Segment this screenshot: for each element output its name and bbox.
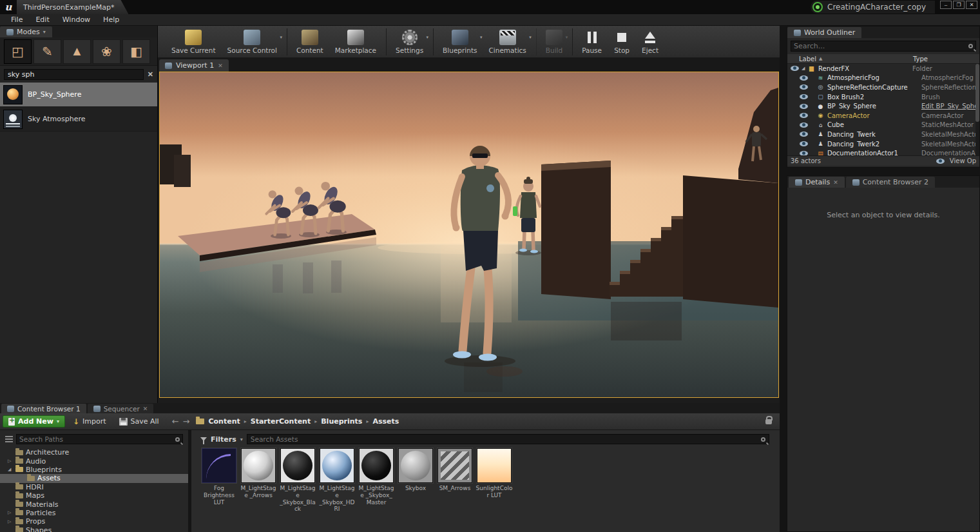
sequencer-tab[interactable]: Sequencer ✕ [88,404,154,413]
mode-tool-button[interactable]: ❀ [93,39,120,64]
back-arrow-icon[interactable]: ← [172,417,179,426]
toolbar-button[interactable]: Content [287,28,329,55]
asset-tile[interactable]: SM_Arrows [436,448,474,492]
menu-item[interactable]: File [5,15,28,25]
folder-tree-item[interactable]: HDRI [0,483,188,491]
toolbar-button[interactable]: Settings ▾ [386,28,429,55]
visibility-eye-icon[interactable] [800,141,808,146]
placeable-item[interactable]: BP_Sky_Sphere [0,83,157,107]
breadcrumb-item[interactable]: Content ▸ [208,417,246,426]
breadcrumb-item[interactable]: Assets [372,417,403,426]
expand-arrow-icon[interactable]: ◢ [802,66,807,71]
menu-item[interactable]: Help [97,15,125,25]
save-all-button[interactable]: Save All [114,417,164,426]
visibility-eye-icon[interactable] [800,132,808,137]
outliner-search-input[interactable] [794,42,968,50]
breadcrumb-item[interactable]: Blueprints ▸ [321,417,369,426]
scrollbar-thumb[interactable] [975,64,979,122]
outliner-row[interactable]: ◢ ▆ RenderFX Folder [787,64,979,74]
column-label[interactable]: Label ▲ [787,55,913,63]
placeable-item[interactable]: Sky Atmosphere [0,107,157,132]
folder-tree-item[interactable]: Shapes [0,526,188,532]
outliner-row[interactable]: ◎ SphereReflectionCapture SphereReflecti… [787,83,979,92]
toolbar-button[interactable]: Pause [572,28,608,55]
forward-arrow-icon[interactable]: → [183,417,190,426]
folder-tree-item[interactable]: Maps [0,491,188,500]
asset-tile[interactable]: Fog Brightness LUT [200,448,238,506]
clear-search-icon[interactable]: ✕ [148,70,153,79]
folder-tree-item[interactable]: ◢ Blueprints [0,466,188,474]
toolbar-button[interactable]: Cinematics ▾ [483,28,532,55]
menu-item[interactable]: Edit [30,15,55,25]
outliner-row[interactable]: ⌂ Cube StaticMeshActor [787,121,979,130]
breadcrumb-item[interactable]: StarterContent ▸ [251,417,317,426]
mode-tool-button[interactable]: ◰ [4,39,32,64]
map-tab[interactable]: ThirdPersonExampleMap* [17,0,128,14]
viewport-3d[interactable] [159,72,779,398]
expand-arrow-icon[interactable]: ◢ [8,467,13,472]
outliner-row[interactable]: ▤ DocumentationActor1 DocumentationActor [787,148,979,155]
close-icon[interactable]: ✕ [143,406,148,412]
visibility-eye-icon[interactable] [800,94,808,99]
asset-tile[interactable]: M_LightStage _Skybox_ Master [358,448,395,506]
mode-tool-button[interactable]: ✎ [34,39,61,64]
outliner-row[interactable]: ♟ Dancing_Twerk SkeletalMeshActor [787,130,979,139]
visibility-eye-icon[interactable] [800,151,808,155]
expand-arrow-icon[interactable]: ▷ [8,519,13,524]
world-outliner-tab[interactable]: World Outliner [787,27,861,38]
folder-tree-item[interactable]: Architecture [0,448,188,457]
filters-button[interactable]: Filters [211,435,236,444]
window-control-button[interactable]: ❐ [953,1,965,9]
import-button[interactable]: ↓ Import [68,417,111,426]
folder-tree-item[interactable]: Assets [0,474,188,482]
outliner-row[interactable]: ♟ Dancing_Twerk2 SkeletalMeshActor [787,139,979,149]
lock-icon[interactable] [765,419,772,424]
folder-tree-item[interactable]: ▷ Props [0,517,188,526]
expand-arrow-icon[interactable]: ▷ [8,458,13,464]
toolbar-button[interactable]: Blueprints ▾ [433,28,483,55]
close-icon[interactable]: ✕ [833,179,838,186]
asset-tile[interactable]: M_LightStage _Skybox_HDRI [318,448,356,513]
toolbar-button[interactable]: Save Current [166,28,222,55]
close-icon[interactable]: ✕ [218,63,223,69]
modes-tab[interactable]: Modes ▾ [0,26,52,37]
window-control-button[interactable]: – [940,1,952,9]
visibility-eye-icon[interactable] [800,84,808,90]
toolbar-button[interactable]: Stop [608,28,636,55]
search-paths-input[interactable] [19,435,175,443]
toolbar-button[interactable]: Eject [636,28,664,55]
content-browser-1-tab[interactable]: Content Browser 1 [1,404,86,413]
visibility-eye-icon[interactable] [791,66,799,71]
toolbar-button[interactable]: Build ▾ [536,28,568,55]
search-assets-input[interactable] [251,435,761,443]
content-browser-2-tab[interactable]: Content Browser 2 [846,177,935,188]
window-control-button[interactable]: ✕ [966,1,977,9]
column-type[interactable]: Type [913,55,928,63]
visibility-eye-icon[interactable] [800,75,808,81]
view-options-button[interactable]: View Op [933,157,976,164]
modes-search-input[interactable] [4,69,144,80]
outliner-row[interactable]: ≋ AtmosphericFog AtmosphericFog [787,74,979,83]
add-new-button[interactable]: + Add New ▾ [3,415,65,428]
outliner-scrollbar[interactable] [975,64,979,155]
visibility-eye-icon[interactable] [800,123,808,128]
mode-tool-button[interactable]: ◧ [122,39,150,64]
folder-tree-item[interactable]: Materials [0,500,188,508]
outliner-row[interactable]: ◉ CameraActor CameraActor [787,111,979,121]
sources-toggle-icon[interactable] [5,436,13,442]
toolbar-button[interactable]: Marketplace [329,28,382,55]
menu-item[interactable]: Window [57,15,96,25]
visibility-eye-icon[interactable] [800,104,808,109]
asset-tile[interactable]: M_LightStage _Skybox_Black [279,448,316,513]
toolbar-button[interactable]: Source Control ▾ [222,28,283,55]
asset-tile[interactable]: SunlightColor LUT [476,448,513,499]
outliner-row[interactable]: ● BP_Sky_Sphere Edit BP_Sky_Sphere [787,101,979,111]
viewport-tab[interactable]: Viewport 1 ✕ [159,59,229,72]
folder-tree-item[interactable]: ▷ Particles [0,509,188,517]
asset-tile[interactable]: M_LightStage _Arrows [240,448,277,499]
asset-tile[interactable]: Skybox [397,448,434,492]
outliner-row[interactable]: ▢ Box Brush2 Brush [787,92,979,102]
details-tab[interactable]: Details ✕ [789,177,845,188]
expand-arrow-icon[interactable]: ▷ [8,510,13,515]
visibility-eye-icon[interactable] [800,113,808,118]
